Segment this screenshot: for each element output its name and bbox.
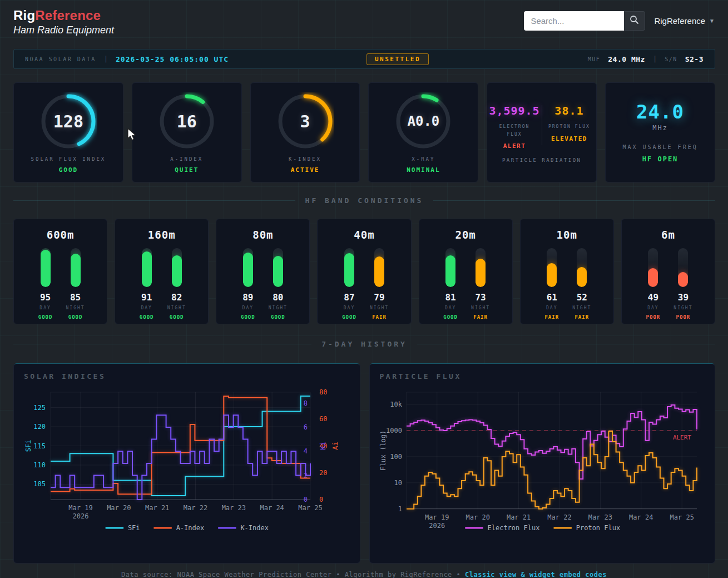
band-name: 40m: [354, 229, 374, 241]
band-day-bar-fill: [547, 263, 557, 287]
svg-text:Mar 23: Mar 23: [222, 504, 246, 512]
band-night-label: NIGHT: [66, 305, 85, 310]
muf-label: MUF: [588, 56, 601, 62]
classic-view-link[interactable]: Classic view & widget embed codes: [465, 571, 607, 578]
band-day-column: 81DAYGOOD: [441, 248, 460, 320]
svg-text:105: 105: [33, 480, 46, 488]
band-night-bar-fill: [273, 256, 283, 287]
band-night-bar-track: [172, 248, 182, 287]
solar-indices-chart-card: 10511011512012502468020406080SFiKiAiMar …: [13, 363, 360, 564]
account-menu[interactable]: RigReference ▼: [654, 16, 715, 26]
band-day-value: 91: [141, 292, 152, 303]
svg-text:2026: 2026: [73, 512, 89, 520]
gauge-label: X-RAY: [412, 156, 435, 162]
svg-text:Mar 19: Mar 19: [68, 504, 92, 512]
divider-line: [13, 344, 311, 344]
logo-block[interactable]: RigReference Ham Radio Equipment: [13, 8, 114, 36]
muf-card-value: 24.0: [636, 101, 684, 123]
band-night-bar-track: [273, 248, 283, 287]
page-footer: Data source: NOAA Space Weather Predicti…: [0, 571, 728, 578]
svg-text:K-Index: K-Index: [240, 524, 269, 532]
chevron-down-icon: ▼: [709, 18, 715, 24]
svg-text:4: 4: [304, 447, 308, 455]
band-day-status: GOOD: [140, 314, 154, 320]
band-bars: 95DAYGOOD85NIGHTGOOD: [36, 248, 85, 320]
band-day-value: 87: [344, 292, 354, 303]
band-day-bar-track: [142, 248, 152, 287]
gauge-value: 128: [39, 92, 97, 150]
band-bars: 91DAYGOOD82NIGHTGOOD: [137, 248, 186, 320]
search-button[interactable]: [624, 11, 645, 31]
band-day-column: 87DAYGOOD: [340, 248, 359, 320]
divider: |: [653, 55, 657, 63]
band-night-label: NIGHT: [269, 305, 288, 310]
svg-text:Ki: Ki: [319, 442, 327, 449]
utc-timestamp: 2026-03-25 06:05:00 UTC: [116, 55, 229, 63]
band-night-label: NIGHT: [370, 305, 389, 310]
logo-reference: Reference: [35, 8, 101, 23]
svg-text:80: 80: [319, 388, 327, 396]
svg-text:60: 60: [319, 415, 327, 423]
search-input[interactable]: [524, 11, 624, 31]
svg-text:110: 110: [33, 461, 46, 469]
svg-text:10: 10: [394, 479, 402, 487]
svg-text:125: 125: [33, 404, 46, 412]
band-day-bar-fill: [41, 250, 51, 287]
band-night-value: 79: [374, 292, 384, 303]
gauge-label: A-INDEX: [170, 156, 203, 162]
band-bars: 87DAYGOOD79NIGHTFAIR: [340, 248, 389, 320]
band-day-label: DAY: [445, 305, 456, 310]
band-name: 6m: [661, 229, 675, 241]
band-day-column: 49DAYPOOR: [643, 248, 662, 320]
band-day-label: DAY: [39, 305, 51, 310]
gauge-value: A0.0: [394, 92, 452, 150]
gauge-status: NOMINAL: [407, 166, 440, 174]
section-hf-band-conditions: HF BAND CONDITIONS: [13, 182, 715, 219]
chart-title: PARTICLE FLUX: [380, 372, 462, 381]
footer-text: Data source: NOAA Space Weather Predicti…: [121, 571, 465, 578]
svg-text:6: 6: [304, 423, 308, 431]
svg-text:Flux (log): Flux (log): [379, 431, 387, 471]
band-day-label: DAY: [141, 305, 152, 310]
band-day-column: 61DAYFAIR: [542, 248, 561, 320]
band-name: 10m: [557, 229, 577, 241]
sn-value: S2-3: [685, 55, 704, 63]
logo-rig: Rig: [13, 8, 35, 23]
band-day-bar-fill: [445, 255, 455, 287]
band-night-bar-fill: [476, 259, 486, 287]
svg-text:Mar 25: Mar 25: [670, 513, 694, 521]
gauge-status: ACTIVE: [291, 166, 320, 174]
band-night-value: 73: [475, 292, 486, 303]
band-day-value: 81: [445, 292, 455, 303]
particle-radiation-label: PARTICLE RADIATION: [502, 157, 582, 163]
band-night-column: 52NIGHTFAIR: [572, 248, 591, 320]
band-day-bar-track: [243, 248, 253, 287]
gauge-card-x-ray: A0.0X-RAYNOMINAL: [368, 82, 478, 182]
svg-text:Mar 22: Mar 22: [547, 513, 571, 521]
svg-text:Mar 19: Mar 19: [425, 513, 449, 521]
particle-columns: 3,599.5 ELECTRON FLUX ALERT 38.1 PROTON …: [487, 104, 596, 150]
status-bar-right: MUF 24.0 MHz | S/N S2-3: [588, 55, 704, 63]
band-day-label: DAY: [647, 305, 658, 310]
band-night-value: 80: [273, 292, 283, 303]
band-day-value: 61: [547, 292, 557, 303]
account-label: RigReference: [654, 16, 705, 26]
band-day-value: 49: [648, 292, 658, 303]
band-night-status: GOOD: [68, 314, 83, 320]
band-night-label: NIGHT: [167, 305, 186, 310]
electron-flux-value: 3,599.5: [489, 104, 539, 117]
svg-text:Mar 21: Mar 21: [145, 504, 169, 512]
electron-flux-block: 3,599.5 ELECTRON FLUX ALERT: [487, 104, 541, 150]
particle-radiation-card: 3,599.5 ELECTRON FLUX ALERT 38.1 PROTON …: [487, 82, 597, 182]
band-day-status: FAIR: [544, 314, 559, 320]
gauge-status: QUIET: [175, 166, 199, 174]
band-card-20m: 20m81DAYGOOD73NIGHTFAIR: [419, 219, 513, 324]
band-night-status: FAIR: [575, 314, 589, 320]
gauge-ring: 16: [158, 92, 216, 150]
svg-text:8: 8: [304, 399, 308, 407]
status-bar-left: NOAA SOLAR DATA | 2026-03-25 06:05:00 UT…: [25, 55, 229, 63]
band-night-bar-fill: [678, 272, 688, 287]
gauge-value: 3: [276, 92, 334, 150]
band-day-bar-track: [41, 248, 51, 287]
band-night-status: POOR: [676, 314, 691, 320]
